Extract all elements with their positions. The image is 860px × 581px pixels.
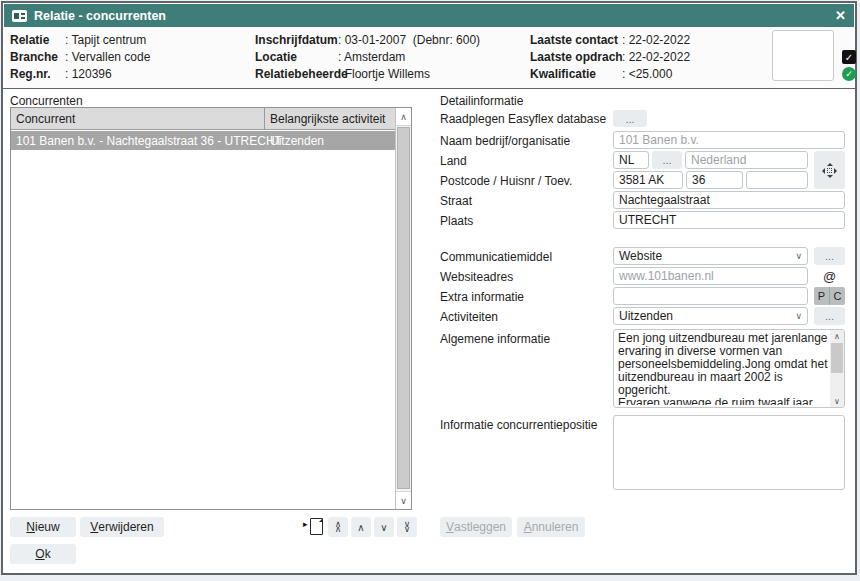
at-icon: @: [823, 269, 836, 284]
c-button[interactable]: C: [830, 287, 845, 305]
annuleren-button[interactable]: Annuleren: [517, 517, 585, 537]
scroll-up-icon[interactable]: ∧: [396, 108, 411, 126]
postcode-label: Postcode / Huisnr / Toev.: [440, 174, 572, 188]
scrollbar-thumb[interactable]: [831, 343, 843, 373]
insert-record-icon[interactable]: ▸: [303, 518, 323, 537]
communicatiemiddel-label: Communicatiemiddel: [440, 250, 552, 264]
raadplegen-ellipsis-button[interactable]: ...: [613, 110, 647, 127]
ok-button[interactable]: Ok: [10, 544, 76, 564]
toevoeging-field[interactable]: [746, 171, 808, 189]
regnr-value: : 120396: [65, 67, 112, 81]
column-header-belangrijkste-activiteit[interactable]: Belangrijkste activiteit: [270, 112, 385, 126]
open-website-button[interactable]: @: [814, 267, 845, 285]
communicatiemiddel-ellipsis-button[interactable]: ...: [814, 247, 845, 265]
concurrenten-section-title: Concurrenten: [10, 94, 83, 108]
checked-checkbox[interactable]: ✓: [842, 50, 856, 64]
relatie-value: : Tapijt centrum: [65, 33, 146, 47]
straat-field[interactable]: Nachtegaalstraat: [613, 191, 845, 209]
plaats-field[interactable]: UTRECHT: [613, 211, 845, 229]
move-down-button[interactable]: ∨: [374, 517, 394, 537]
branche-value: : Vervallen code: [65, 50, 150, 64]
inschrijfdatum-label: Inschrijfdatum: [255, 33, 338, 47]
window-title: Relatie - concurrenten: [34, 9, 166, 23]
algemene-informatie-label: Algemene informatie: [440, 332, 550, 346]
relatie-concurrenten-window: Relatie - concurrenten ✕ Relatie : Tapij…: [1, 1, 857, 575]
move-last-button[interactable]: ∨∨: [397, 517, 417, 537]
relatie-label: Relatie: [10, 33, 49, 47]
informatie-concurrentiepositie-textarea[interactable]: [613, 415, 845, 490]
land-name-field[interactable]: Nederland: [685, 151, 808, 169]
laatste-opdracht-label: Laatste opdrach: [530, 50, 623, 64]
plaats-label: Plaats: [440, 214, 473, 228]
huisnr-field[interactable]: 36: [686, 171, 743, 189]
column-divider: [264, 108, 265, 130]
websiteadres-field[interactable]: www.101banen.nl: [613, 267, 808, 285]
move-up-button[interactable]: ∧: [351, 517, 371, 537]
relatiebeheerder-label: Relatiebeheerde: [255, 67, 348, 81]
scroll-down-icon[interactable]: ∨: [396, 491, 411, 509]
table-row[interactable]: 101 Banen b.v. - Nachtegaalstraat 36 - U…: [11, 131, 395, 150]
locatie-label: Locatie: [255, 50, 297, 64]
locatie-value: : Amsterdam: [338, 50, 405, 64]
textarea-scrollbar[interactable]: ∧ ∨: [830, 330, 844, 407]
laatste-contact-value: : 22-02-2022: [622, 33, 690, 47]
photo-placeholder: [772, 30, 834, 81]
check-icon: ✓: [845, 69, 853, 79]
land-label: Land: [440, 154, 467, 168]
naam-label: Naam bedrijf/organisatie: [440, 134, 570, 148]
laatste-contact-label: Laatste contact: [530, 33, 618, 47]
vastleggen-button[interactable]: Vastleggen: [440, 517, 512, 537]
kwalificatie-label: Kwalificatie: [530, 67, 596, 81]
land-ellipsis-button[interactable]: ...: [652, 151, 682, 169]
regnr-label: Reg.nr.: [10, 67, 51, 81]
naam-field[interactable]: 101 Banen b.v.: [613, 131, 845, 149]
raadplegen-label: Raadplegen Easyflex database: [440, 112, 606, 126]
move-icon: [822, 163, 837, 178]
column-header-concurrent[interactable]: Concurrent: [16, 112, 75, 126]
extra-informatie-field[interactable]: [613, 287, 808, 305]
inschrijfdatum-value: : 03-01-2007 (Debnr: 600): [338, 33, 480, 47]
laatste-opdracht-value: : 22-02-2022: [622, 50, 690, 64]
kwalificatie-value: : <25.000: [622, 67, 672, 81]
map-locate-button[interactable]: [814, 151, 845, 189]
land-code-field[interactable]: NL: [613, 151, 649, 169]
communicatiemiddel-select[interactable]: Website ∨: [613, 247, 808, 265]
detailinformatie-section-title: Detailinformatie: [440, 94, 523, 108]
chevron-down-icon: ∨: [795, 311, 802, 321]
header-divider: [3, 88, 855, 89]
status-ok-icon: ✓: [842, 67, 856, 81]
verwijderen-button[interactable]: Verwijderen: [80, 517, 164, 537]
list-header-row: Concurrent Belangrijkste activiteit: [11, 108, 395, 130]
scrollbar-thumb[interactable]: [397, 127, 410, 489]
move-first-button[interactable]: ∧∧: [328, 517, 348, 537]
concurrenten-list: Concurrent Belangrijkste activiteit 101 …: [10, 107, 412, 510]
contact-card-icon: [12, 10, 27, 22]
relatiebeheerder-value: : Floortje Willems: [338, 67, 430, 81]
cell-concurrent: 101 Banen b.v. - Nachtegaalstraat 36 - U…: [16, 134, 282, 148]
window-titlebar: Relatie - concurrenten ✕: [4, 4, 854, 27]
scroll-up-icon[interactable]: ∧: [830, 330, 844, 342]
p-button[interactable]: P: [814, 287, 830, 305]
straat-label: Straat: [440, 194, 472, 208]
branche-label: Branche: [10, 50, 58, 64]
close-icon[interactable]: ✕: [835, 8, 846, 23]
scroll-down-icon[interactable]: ∨: [830, 395, 844, 407]
nieuw-button[interactable]: Nieuw: [10, 517, 76, 537]
list-scrollbar[interactable]: ∧ ∨: [395, 108, 411, 509]
extra-informatie-label: Extra informatie: [440, 290, 524, 304]
pc-button-group: P C: [814, 287, 845, 305]
insert-arrow-icon: ▸: [303, 519, 308, 529]
activiteiten-ellipsis-button[interactable]: ...: [814, 307, 845, 325]
activiteiten-select[interactable]: Uitzenden ∨: [613, 307, 808, 325]
informatie-concurrentiepositie-label: Informatie concurrentiepositie: [440, 418, 597, 432]
chevron-down-icon: ∨: [795, 251, 802, 261]
cell-activiteit: Uitzenden: [270, 134, 324, 148]
activiteiten-label: Activiteiten: [440, 310, 498, 324]
check-icon: ✓: [845, 52, 853, 63]
postcode-field[interactable]: 3581 AK: [613, 171, 683, 189]
algemene-informatie-textarea[interactable]: Een jong uitzendbureau met jarenlange er…: [613, 329, 845, 408]
websiteadres-label: Websiteadres: [440, 270, 513, 284]
